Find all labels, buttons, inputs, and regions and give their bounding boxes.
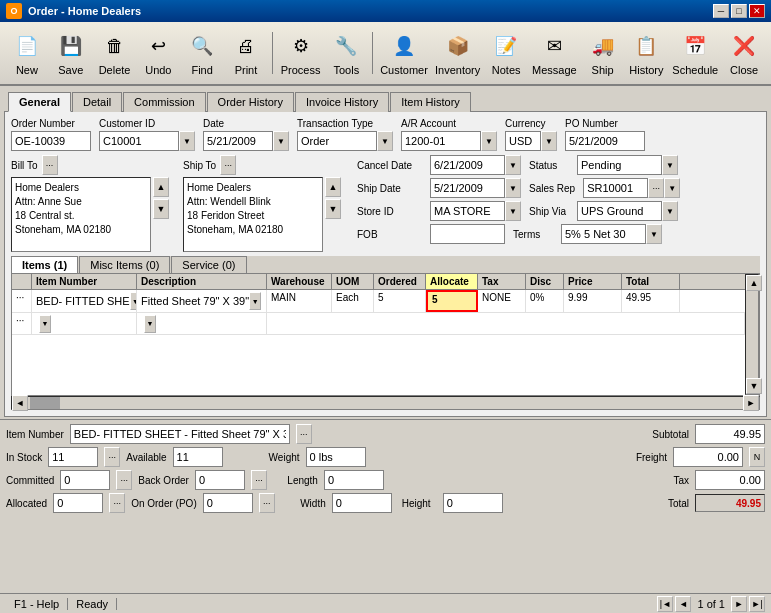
tab-items[interactable]: Items (1) xyxy=(11,256,78,273)
length-input[interactable] xyxy=(324,470,384,490)
bill-to-ellipsis[interactable]: ··· xyxy=(42,155,58,175)
on-order-ellipsis[interactable]: ··· xyxy=(259,493,275,513)
inventory-button[interactable]: 📦 Inventory xyxy=(432,26,483,80)
tools-button[interactable]: 🔧 Tools xyxy=(325,26,367,80)
ship-via-input[interactable] xyxy=(577,201,662,221)
weight-input[interactable] xyxy=(306,447,366,467)
ship-date-dropdown[interactable]: ▼ xyxy=(505,178,521,198)
tab-service[interactable]: Service (0) xyxy=(171,256,246,273)
cancel-date-input[interactable] xyxy=(430,155,505,175)
notes-button[interactable]: 📝 Notes xyxy=(485,26,527,80)
tab-order-history[interactable]: Order History xyxy=(207,92,294,112)
height-input[interactable] xyxy=(443,493,503,513)
tab-general[interactable]: General xyxy=(8,92,71,112)
back-order-ellipsis[interactable]: ··· xyxy=(251,470,267,490)
allocated-ellipsis[interactable]: ··· xyxy=(109,493,125,513)
scroll-up-btn[interactable]: ▲ xyxy=(746,275,762,291)
order-number-input[interactable] xyxy=(11,131,91,151)
table-row-empty[interactable]: ··· ▼ ▼ xyxy=(12,313,745,335)
empty-desc-dropdown[interactable]: ▼ xyxy=(144,315,156,333)
committed-ellipsis[interactable]: ··· xyxy=(116,470,132,490)
process-button[interactable]: ⚙ Process xyxy=(278,26,324,80)
transaction-type-input[interactable] xyxy=(297,131,377,151)
find-button[interactable]: 🔍 Find xyxy=(181,26,223,80)
row-btn[interactable]: ··· xyxy=(12,290,32,312)
scroll-thumb[interactable] xyxy=(747,292,757,377)
tab-invoice-history[interactable]: Invoice History xyxy=(295,92,389,112)
hscroll-right[interactable]: ► xyxy=(743,395,759,411)
date-input[interactable] xyxy=(203,131,273,151)
sales-rep-ellipsis[interactable]: ··· xyxy=(648,178,664,198)
currency-input[interactable] xyxy=(505,131,541,151)
grid-hscroll[interactable]: ◄ ► xyxy=(11,396,760,410)
hscroll-thumb[interactable] xyxy=(30,397,60,409)
empty-description[interactable]: ▼ xyxy=(137,313,267,334)
in-stock-ellipsis[interactable]: ··· xyxy=(104,447,120,467)
item-number-dropdown[interactable]: ▼ xyxy=(130,292,137,310)
terms-input[interactable] xyxy=(561,224,646,244)
store-id-input[interactable] xyxy=(430,201,505,221)
sales-rep-input[interactable] xyxy=(583,178,648,198)
close-window-button[interactable]: ✕ xyxy=(749,4,765,18)
tab-commission[interactable]: Commission xyxy=(123,92,206,112)
ship-date-input[interactable] xyxy=(430,178,505,198)
page-prev-btn[interactable]: ◄ xyxy=(675,596,691,612)
item-number-bottom-ellipsis[interactable]: ··· xyxy=(296,424,312,444)
description-cell[interactable]: Fitted Sheet 79" X 39" ▼ xyxy=(137,290,267,312)
ship-to-scroll-up[interactable]: ▲ xyxy=(325,177,341,197)
empty-item-number[interactable]: ▼ xyxy=(32,313,137,334)
ar-account-dropdown[interactable]: ▼ xyxy=(481,131,497,151)
bill-to-scroll-up[interactable]: ▲ xyxy=(153,177,169,197)
delete-button[interactable]: 🗑 Delete xyxy=(94,26,136,80)
print-button[interactable]: 🖨 Print xyxy=(225,26,267,80)
status-input[interactable] xyxy=(577,155,662,175)
ship-to-scroll-down[interactable]: ▼ xyxy=(325,199,341,219)
description-dropdown[interactable]: ▼ xyxy=(249,292,261,310)
item-number-bottom-input[interactable] xyxy=(70,424,290,444)
close-toolbar-button[interactable]: ❌ Close xyxy=(723,26,765,80)
page-first-btn[interactable]: |◄ xyxy=(657,596,673,612)
hscroll-left[interactable]: ◄ xyxy=(12,395,28,411)
tab-item-history[interactable]: Item History xyxy=(390,92,471,112)
ship-button[interactable]: 🚚 Ship xyxy=(582,26,624,80)
ship-to-ellipsis[interactable]: ··· xyxy=(220,155,236,175)
tab-detail[interactable]: Detail xyxy=(72,92,122,112)
sales-rep-dropdown[interactable]: ▼ xyxy=(664,178,680,198)
message-button[interactable]: ✉ Message xyxy=(529,26,580,80)
date-dropdown[interactable]: ▼ xyxy=(273,131,289,151)
undo-button[interactable]: ↩ Undo xyxy=(137,26,179,80)
freight-input[interactable] xyxy=(673,447,743,467)
schedule-button[interactable]: 📅 Schedule xyxy=(669,26,721,80)
page-last-btn[interactable]: ►| xyxy=(749,596,765,612)
ar-account-input[interactable] xyxy=(401,131,481,151)
scroll-down-btn[interactable]: ▼ xyxy=(746,378,762,394)
page-next-btn[interactable]: ► xyxy=(731,596,747,612)
freight-flag[interactable]: N xyxy=(749,447,765,467)
customer-button[interactable]: 👤 Customer xyxy=(378,26,430,80)
save-button[interactable]: 💾 Save xyxy=(50,26,92,80)
ship-via-dropdown[interactable]: ▼ xyxy=(662,201,678,221)
empty-item-dropdown[interactable]: ▼ xyxy=(39,315,51,333)
allocate-cell[interactable]: 5 xyxy=(426,290,478,312)
fob-input[interactable] xyxy=(430,224,505,244)
empty-row-btn[interactable]: ··· xyxy=(12,313,32,334)
customer-id-dropdown[interactable]: ▼ xyxy=(179,131,195,151)
item-number-cell[interactable]: BED- FITTED SHE ▼ xyxy=(32,290,137,312)
minimize-button[interactable]: ─ xyxy=(713,4,729,18)
customer-id-input[interactable] xyxy=(99,131,179,151)
status-dropdown[interactable]: ▼ xyxy=(662,155,678,175)
terms-dropdown[interactable]: ▼ xyxy=(646,224,662,244)
cancel-date-dropdown[interactable]: ▼ xyxy=(505,155,521,175)
width-input[interactable] xyxy=(332,493,392,513)
store-id-dropdown[interactable]: ▼ xyxy=(505,201,521,221)
new-button[interactable]: 📄 New xyxy=(6,26,48,80)
bill-to-scroll-down[interactable]: ▼ xyxy=(153,199,169,219)
maximize-button[interactable]: □ xyxy=(731,4,747,18)
history-button[interactable]: 📋 History xyxy=(626,26,668,80)
transaction-type-dropdown[interactable]: ▼ xyxy=(377,131,393,151)
currency-dropdown[interactable]: ▼ xyxy=(541,131,557,151)
tab-misc-items[interactable]: Misc Items (0) xyxy=(79,256,170,273)
po-number-input[interactable] xyxy=(565,131,645,151)
grid-scrollbar[interactable]: ▲ ▼ xyxy=(745,274,759,395)
table-row[interactable]: ··· BED- FITTED SHE ▼ Fitted Sheet 79" X… xyxy=(12,290,745,313)
